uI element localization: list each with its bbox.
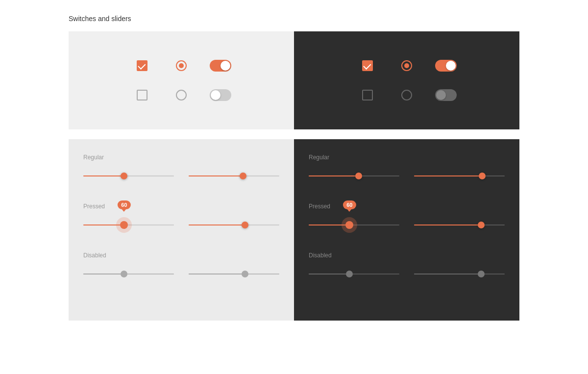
slider-thumb[interactable] xyxy=(242,222,248,228)
slider-track xyxy=(189,274,279,274)
slider-fill xyxy=(414,175,482,176)
slider-track xyxy=(309,274,399,274)
sliders-panels-row: Regular Pressed xyxy=(69,139,519,321)
slider-track: 60 xyxy=(83,224,174,225)
slider-regular-1-dark[interactable] xyxy=(309,169,399,183)
slider-regular-2-dark[interactable] xyxy=(414,169,505,183)
page-title: Switches and sliders xyxy=(0,0,588,31)
switches-panels-row xyxy=(69,31,519,129)
slider-fill xyxy=(83,175,124,176)
slider-pressed-1-dark[interactable]: 60 xyxy=(309,218,399,232)
slider-fill-disabled xyxy=(83,274,124,274)
slider-fill xyxy=(189,175,243,176)
slider-regular-label-light: Regular xyxy=(83,154,279,161)
sliders-disabled-row-dark xyxy=(309,267,505,281)
slider-pressed-1-light[interactable]: 60 xyxy=(83,218,174,232)
slider-track xyxy=(309,175,399,176)
slider-pressed-section-light: Pressed 60 xyxy=(83,203,279,232)
slider-pressed-2-light[interactable] xyxy=(189,218,279,232)
slider-thumb-pressed[interactable]: 60 xyxy=(345,221,353,229)
slider-fill xyxy=(309,224,349,225)
radio-checked-dark[interactable] xyxy=(401,60,412,71)
sliders-pressed-row-light: 60 xyxy=(83,218,279,232)
slider-tooltip: 60 xyxy=(343,200,356,209)
switches-dark-panel xyxy=(294,31,519,129)
slider-regular-label-dark: Regular xyxy=(309,154,505,161)
slider-fill xyxy=(414,224,481,225)
slider-thumb[interactable] xyxy=(355,173,362,179)
radio-unchecked-dark[interactable] xyxy=(401,90,412,100)
slider-regular-2-light[interactable] xyxy=(189,169,279,183)
sliders-pressed-row-dark: 60 xyxy=(309,218,505,232)
slider-tooltip: 60 xyxy=(118,200,130,209)
slider-thumb-disabled-dark xyxy=(346,271,353,277)
slider-pressed-2-dark[interactable] xyxy=(414,218,505,232)
slider-disabled-label-light: Disabled xyxy=(83,252,279,259)
slider-thumb-disabled xyxy=(242,271,248,277)
sliders-dark-panel: Regular Pressed xyxy=(294,139,519,321)
slider-pressed-section-dark: Pressed 60 xyxy=(309,203,505,232)
slider-disabled-1-light xyxy=(83,267,174,281)
switches-dark-grid xyxy=(348,51,466,110)
sliders-regular-row-dark xyxy=(309,169,505,183)
slider-track xyxy=(189,175,279,176)
slider-fill-disabled xyxy=(189,274,245,274)
slider-track xyxy=(414,274,505,274)
slider-pressed-label-light: Pressed xyxy=(83,203,279,210)
slider-disabled-section-light: Disabled xyxy=(83,252,279,281)
slider-thumb[interactable] xyxy=(479,173,486,179)
slider-disabled-section-dark: Disabled xyxy=(309,252,505,281)
slider-thumb[interactable] xyxy=(240,173,246,179)
slider-regular-1-light[interactable] xyxy=(83,169,174,183)
slider-track: 60 xyxy=(309,224,399,225)
slider-thumb-disabled xyxy=(121,271,127,277)
radio-unchecked-light[interactable] xyxy=(176,90,187,100)
slider-thumb-pressed[interactable]: 60 xyxy=(120,221,128,229)
toggle-on-light[interactable] xyxy=(210,60,231,72)
radio-checked-light[interactable] xyxy=(176,60,187,71)
slider-fill xyxy=(83,224,124,225)
slider-disabled-1-dark xyxy=(309,267,399,281)
slider-track xyxy=(83,175,174,176)
checkbox-unchecked-dark[interactable] xyxy=(362,90,373,100)
slider-fill-disabled-dark xyxy=(414,274,481,274)
slider-pressed-label-dark: Pressed xyxy=(309,203,505,210)
switches-light-panel xyxy=(69,31,294,129)
slider-track xyxy=(189,224,279,225)
toggle-off-light[interactable] xyxy=(210,89,231,101)
slider-disabled-label-dark: Disabled xyxy=(309,252,505,259)
slider-disabled-2-light xyxy=(189,267,279,281)
slider-disabled-2-dark xyxy=(414,267,505,281)
switches-light-grid xyxy=(122,51,240,110)
slider-track xyxy=(83,274,174,274)
checkbox-checked-light[interactable] xyxy=(137,60,147,71)
slider-track xyxy=(414,224,505,225)
checkbox-checked-dark[interactable] xyxy=(362,60,373,71)
checkbox-unchecked-light[interactable] xyxy=(137,90,147,100)
slider-track xyxy=(414,175,505,176)
toggle-off-dark[interactable] xyxy=(435,89,457,101)
toggle-on-dark[interactable] xyxy=(435,60,457,72)
slider-thumb-disabled-dark xyxy=(478,271,485,277)
sliders-light-panel: Regular Pressed xyxy=(69,139,294,321)
slider-fill-disabled-dark xyxy=(309,274,349,274)
slider-regular-section-light: Regular xyxy=(83,154,279,183)
slider-fill xyxy=(309,175,359,176)
slider-fill xyxy=(189,224,245,225)
slider-regular-section-dark: Regular xyxy=(309,154,505,183)
sliders-regular-row-light xyxy=(83,169,279,183)
slider-thumb[interactable] xyxy=(121,173,127,179)
slider-thumb[interactable] xyxy=(478,222,485,228)
sliders-disabled-row-light xyxy=(83,267,279,281)
